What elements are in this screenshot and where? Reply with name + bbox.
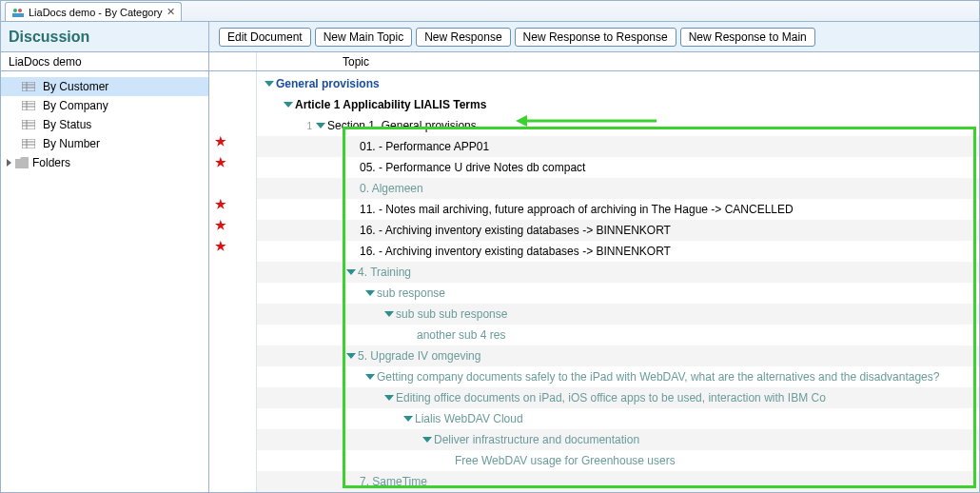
star-column: ★★★★★ — [209, 71, 257, 492]
new-indicator-icon: ★ — [215, 239, 226, 253]
main-panel: General provisionsArticle 1 Applicabilit… — [257, 71, 979, 492]
sidebar-item-label: By Company — [43, 99, 108, 112]
tree-row[interactable]: General provisions — [257, 73, 979, 94]
new-indicator-icon: ★ — [215, 197, 226, 211]
view-icon — [22, 82, 35, 91]
sidebar-item-label: By Status — [43, 118, 91, 131]
sidebar-item-label: By Number — [43, 137, 100, 150]
new-response-to-main-button[interactable]: New Response to Main — [680, 28, 815, 47]
chevron-down-icon[interactable] — [346, 269, 356, 275]
sidebar-item[interactable]: By Customer — [1, 77, 208, 96]
chevron-down-icon[interactable] — [284, 102, 293, 108]
document-tab[interactable]: LiaDocs demo - By Category ✕ — [5, 2, 182, 21]
tree-row[interactable]: 01. - Performance APP01 — [257, 136, 979, 157]
tree-row-label: 5. Upgrade IV omgeving — [358, 349, 480, 363]
tree-row-label: 4. Training — [358, 266, 411, 279]
topic-tree: General provisionsArticle 1 Applicabilit… — [257, 71, 979, 492]
tree-row-label: Section 1. General provisions — [327, 119, 477, 132]
new-indicator-icon: ★ — [215, 218, 226, 232]
tree-row-label: Lialis WebDAV Cloud — [415, 412, 523, 425]
new-response-to-response-button[interactable]: New Response to Response — [515, 28, 676, 47]
tree-row[interactable]: 7. SameTime — [257, 471, 979, 492]
tree-row-label: 16. - Archiving inventory existing datab… — [360, 245, 671, 258]
sidebar-folders[interactable]: Folders — [1, 153, 208, 172]
sidebar: By CustomerBy CompanyBy StatusBy NumberF… — [1, 71, 209, 492]
breadcrumb: LiaDocs demo — [1, 52, 209, 70]
svg-rect-11 — [22, 120, 35, 129]
column-header: LiaDocs demo Topic — [1, 52, 979, 71]
tree-row-label: General provisions — [276, 77, 380, 90]
tree-row-label: Article 1 Applicability LIALIS Terms — [295, 98, 486, 111]
view-icon — [22, 139, 35, 148]
chevron-down-icon[interactable] — [316, 123, 325, 128]
star-column-header — [209, 52, 257, 70]
tree-row-label: Editing office documents on iPad, iOS of… — [396, 391, 826, 404]
tree-row-label: 05. - Performance U drive Notes db compa… — [360, 161, 585, 174]
tree-row[interactable]: Editing office documents on iPad, iOS of… — [257, 387, 979, 408]
chevron-down-icon[interactable] — [365, 290, 375, 296]
tree-row[interactable]: 11. - Notes mail archiving, future appro… — [257, 199, 979, 220]
chevron-down-icon[interactable] — [265, 81, 274, 87]
header-row: Discussion Edit Document New Main Topic … — [1, 22, 979, 52]
tree-row-label: 01. - Performance APP01 — [360, 140, 489, 153]
tree-row[interactable]: Lialis WebDAV Cloud — [257, 408, 979, 429]
row-number: 1 — [293, 121, 312, 131]
tree-row[interactable]: 1Section 1. General provisions — [257, 115, 979, 136]
sidebar-item[interactable]: By Number — [1, 134, 208, 153]
tree-row[interactable]: 0. Algemeen — [257, 178, 979, 199]
tree-row[interactable]: 5. Upgrade IV omgeving — [257, 345, 979, 366]
sidebar-item-label: By Customer — [43, 80, 108, 93]
chevron-down-icon[interactable] — [346, 353, 356, 359]
svg-rect-7 — [22, 101, 35, 110]
tab-label: LiaDocs demo - By Category — [29, 7, 163, 18]
chevron-down-icon[interactable] — [422, 437, 432, 443]
tree-row[interactable]: another sub 4 res — [257, 325, 979, 345]
people-icon — [11, 6, 25, 19]
tree-row-label: 7. SameTime — [360, 475, 427, 488]
tree-row-label: sub sub sub response — [396, 307, 507, 321]
svg-rect-2 — [12, 13, 24, 17]
new-main-topic-button[interactable]: New Main Topic — [315, 28, 412, 47]
tree-row-label: 0. Algemeen — [360, 182, 423, 195]
folder-icon — [15, 157, 29, 168]
sidebar-item[interactable]: By Status — [1, 115, 208, 134]
chevron-down-icon[interactable] — [365, 374, 375, 380]
page-title: Discussion — [1, 22, 209, 51]
svg-rect-3 — [22, 82, 35, 91]
tree-row[interactable]: sub response — [257, 283, 979, 304]
tree-row[interactable]: Article 1 Applicability LIALIS Terms — [257, 94, 979, 115]
folders-label: Folders — [32, 156, 70, 169]
new-response-button[interactable]: New Response — [416, 28, 510, 47]
tab-bar: LiaDocs demo - By Category ✕ — [1, 1, 979, 22]
view-icon — [22, 101, 35, 110]
toolbar: Edit Document New Main Topic New Respons… — [209, 28, 815, 47]
tree-row[interactable]: sub sub sub response — [257, 304, 979, 325]
chevron-down-icon[interactable] — [384, 395, 394, 401]
tree-row-label: Getting company documents safely to the … — [377, 370, 939, 384]
svg-point-0 — [13, 9, 17, 12]
new-indicator-icon: ★ — [215, 155, 226, 169]
sidebar-item[interactable]: By Company — [1, 96, 208, 115]
new-indicator-icon: ★ — [215, 134, 226, 148]
content: By CustomerBy CompanyBy StatusBy NumberF… — [1, 71, 979, 492]
tree-row[interactable]: 16. - Archiving inventory existing datab… — [257, 241, 979, 262]
tree-row[interactable]: 4. Training — [257, 262, 979, 283]
edit-document-button[interactable]: Edit Document — [219, 28, 311, 47]
view-icon — [22, 120, 35, 129]
tree-row-label: another sub 4 res — [417, 328, 505, 342]
tree-row-label: sub response — [377, 286, 445, 300]
tree-row-label: 11. - Notes mail archiving, future appro… — [360, 203, 794, 216]
svg-point-1 — [18, 9, 22, 12]
tree-row-label: Free WebDAV usage for Greenhouse users — [455, 454, 676, 467]
tree-row[interactable]: Deliver infrastructure and documentation — [257, 429, 979, 450]
topic-column-header[interactable]: Topic — [257, 52, 979, 70]
tree-row-label: 16. - Archiving inventory existing datab… — [360, 224, 671, 237]
tree-row[interactable]: Getting company documents safely to the … — [257, 366, 979, 387]
tree-row[interactable]: Free WebDAV usage for Greenhouse users — [257, 450, 979, 471]
chevron-down-icon[interactable] — [384, 311, 394, 317]
expand-icon — [7, 159, 11, 167]
close-icon[interactable]: ✕ — [167, 6, 175, 18]
tree-row[interactable]: 16. - Archiving inventory existing datab… — [257, 220, 979, 241]
chevron-down-icon[interactable] — [403, 416, 413, 422]
tree-row[interactable]: 05. - Performance U drive Notes db compa… — [257, 157, 979, 178]
